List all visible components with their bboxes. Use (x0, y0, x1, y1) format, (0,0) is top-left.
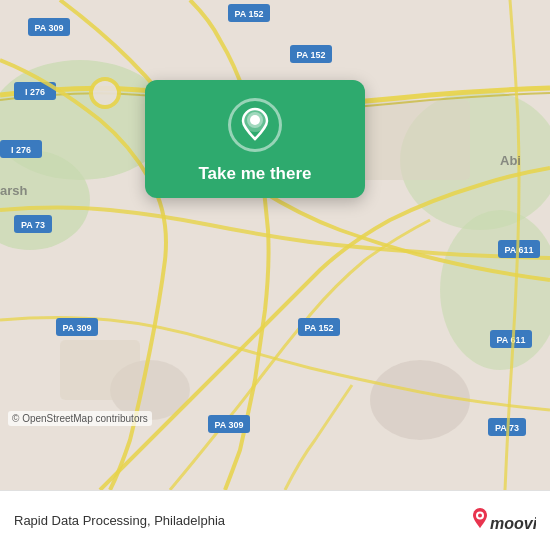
svg-text:PA 309: PA 309 (214, 420, 243, 430)
svg-text:PA 309: PA 309 (62, 323, 91, 333)
svg-rect-8 (60, 340, 140, 400)
svg-text:PA 152: PA 152 (304, 323, 333, 333)
popup-card[interactable]: Take me there (145, 80, 365, 198)
svg-text:PA 73: PA 73 (21, 220, 45, 230)
location-icon-wrap (228, 98, 282, 152)
svg-point-33 (91, 79, 119, 107)
svg-text:I 276: I 276 (25, 87, 45, 97)
bottom-bar: Rapid Data Processing, Philadelphia moov… (0, 490, 550, 550)
bottom-location-text: Rapid Data Processing, Philadelphia (14, 513, 225, 528)
svg-rect-7 (350, 100, 470, 180)
svg-point-5 (370, 360, 470, 440)
location-pin-icon (240, 107, 270, 143)
svg-text:I 276: I 276 (11, 145, 31, 155)
svg-text:arsh: arsh (0, 183, 28, 198)
svg-text:PA 309: PA 309 (34, 23, 63, 33)
moovit-logo-svg: moovit (466, 501, 536, 541)
svg-text:moovit: moovit (490, 515, 536, 532)
svg-text:PA 152: PA 152 (234, 9, 263, 19)
svg-point-40 (478, 513, 482, 517)
map-view[interactable]: I 276 PA 309 PA 152 PA 152 PA 73 PA 309 (0, 0, 550, 490)
svg-point-38 (250, 115, 260, 125)
map-attribution: © OpenStreetMap contributors (8, 411, 152, 426)
popup-label: Take me there (198, 164, 311, 184)
svg-text:Abi: Abi (500, 153, 521, 168)
svg-text:PA 152: PA 152 (296, 50, 325, 60)
svg-text:PA 611: PA 611 (496, 335, 525, 345)
moovit-logo: moovit (466, 501, 536, 541)
